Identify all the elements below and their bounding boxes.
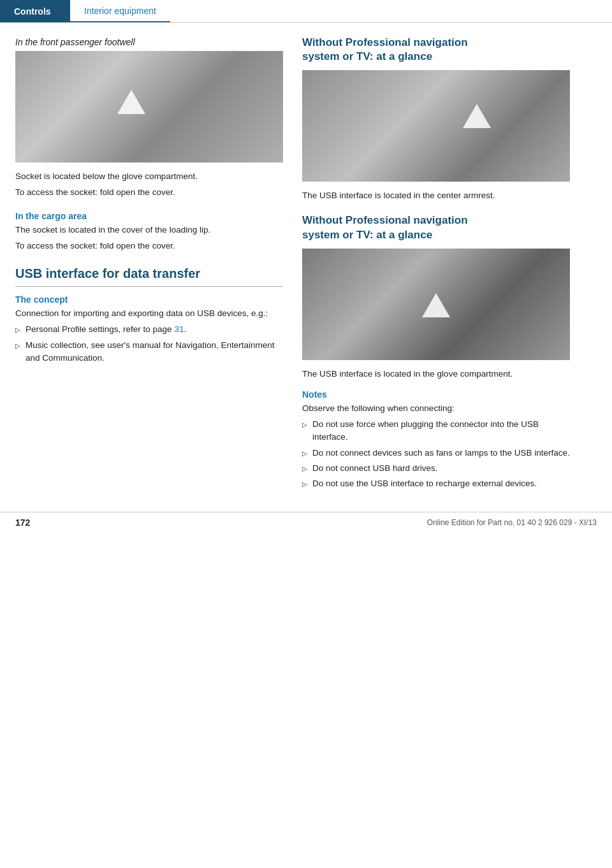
arrow-center-icon <box>463 104 491 128</box>
center-armrest-image <box>302 70 570 182</box>
concept-body: Connection for importing and exporting d… <box>15 307 283 320</box>
without-nav-heading-1: Without Professional navigation system o… <box>302 36 570 64</box>
notes-bullet-2-text: Do not connect devices such as fans or l… <box>312 447 570 459</box>
glove-compartment-text: The USB interface is located in the glov… <box>302 368 570 380</box>
left-column: In the front passenger footwell Socket i… <box>15 36 283 493</box>
section-without-nav-1: Without Professional navigation system o… <box>302 36 570 202</box>
front-footwell-text2: To access the socket: fold open the cove… <box>15 186 283 199</box>
front-footwell-image <box>15 51 283 163</box>
right-column: Without Professional navigation system o… <box>302 36 570 493</box>
bullet-item-1: Personal Profile settings, refer to page… <box>15 323 283 336</box>
notes-bullet-4-text: Do not use the USB interface to recharge… <box>312 477 537 490</box>
concept-bullet-list: Personal Profile settings, refer to page… <box>15 323 283 365</box>
page-footer: 172 Online Edition for Part no. 01 40 2 … <box>0 512 612 533</box>
without-nav-heading-2: Without Professional navigation system o… <box>302 213 570 242</box>
tab-controls[interactable]: Controls <box>0 0 70 22</box>
notes-bullet-list: Do not use force when plugging the conne… <box>302 418 570 490</box>
section-usb: USB interface for data transfer The conc… <box>15 266 283 365</box>
front-footwell-heading: In the front passenger footwell <box>15 37 283 47</box>
page-link-31[interactable]: 31 <box>174 324 184 334</box>
arrow-glove-icon <box>422 293 450 317</box>
bullet-item-1-text: Personal Profile settings, refer to page… <box>26 323 186 336</box>
page-header: Controls Interior equipment <box>0 0 612 23</box>
usb-section-title: USB interface for data transfer <box>15 266 283 281</box>
tab-controls-label: Controls <box>14 6 51 17</box>
notes-bullet-3-text: Do not connect USB hard drives. <box>312 462 438 475</box>
notes-bullet-4: Do not use the USB interface to recharge… <box>302 477 570 490</box>
notes-bullet-3: Do not connect USB hard drives. <box>302 462 570 475</box>
cargo-area-text1: The socket is located in the cover of th… <box>15 224 283 236</box>
tab-interior-label: Interior equipment <box>84 6 156 16</box>
section-front-footwell: In the front passenger footwell Socket i… <box>15 37 283 199</box>
bullet-item-2-text: Music collection, see user's manual for … <box>26 339 283 365</box>
section-notes: Notes Observe the following when connect… <box>302 389 570 491</box>
glove-compartment-image <box>302 249 570 360</box>
bullet-item-2: Music collection, see user's manual for … <box>15 339 283 365</box>
notes-bullet-2: Do not connect devices such as fans or l… <box>302 447 570 459</box>
page-content: In the front passenger footwell Socket i… <box>0 23 612 505</box>
cargo-area-heading: In the cargo area <box>15 211 283 221</box>
edition-text: Online Edition for Part no. 01 40 2 926 … <box>427 518 597 527</box>
notes-bullet-1: Do not use force when plugging the conne… <box>302 418 570 444</box>
section-cargo-area: In the cargo area The socket is located … <box>15 211 283 253</box>
center-armrest-text: The USB interface is located in the cent… <box>302 189 570 202</box>
notes-heading: Notes <box>302 389 570 400</box>
notes-bullet-1-text: Do not use force when plugging the conne… <box>312 418 570 444</box>
section-without-nav-2: Without Professional navigation system o… <box>302 213 570 380</box>
page-number: 172 <box>15 517 30 528</box>
front-footwell-text1: Socket is located below the glove compar… <box>15 170 283 183</box>
tab-interior[interactable]: Interior equipment <box>70 0 170 22</box>
arrow-up-icon <box>117 90 145 114</box>
cargo-area-text2: To access the socket: fold open the cove… <box>15 240 283 252</box>
notes-intro: Observe the following when connecting: <box>302 402 570 415</box>
concept-heading: The concept <box>15 294 283 305</box>
divider <box>15 286 283 287</box>
